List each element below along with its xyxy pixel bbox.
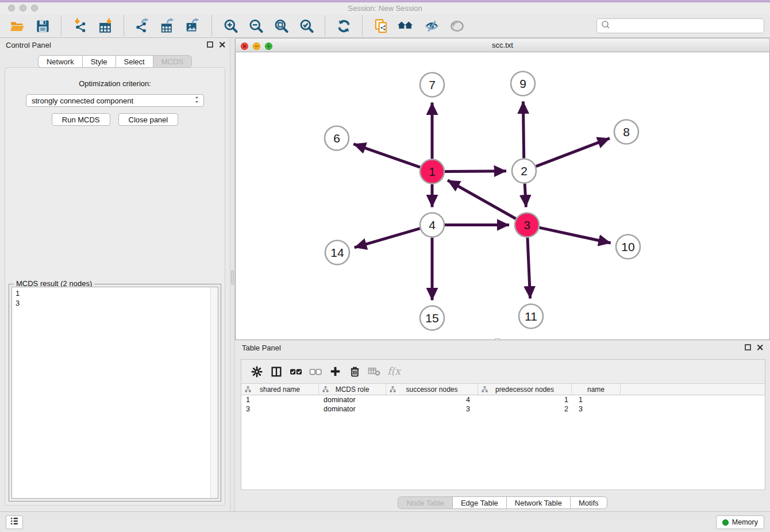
search-input[interactable] [611, 20, 764, 32]
ndex-home-icon[interactable] [398, 17, 415, 34]
column-type-icon [322, 386, 329, 394]
graph-node-10[interactable]: 10 [616, 235, 640, 259]
table-cell[interactable]: 1 [241, 395, 319, 404]
network-maximize-button[interactable] [265, 42, 272, 52]
table-cell[interactable]: dominator [319, 404, 386, 414]
column-header-shared-name[interactable]: shared name [241, 384, 319, 395]
table-cell[interactable]: 2 [478, 404, 572, 414]
tab-motifs[interactable]: Motifs [570, 496, 607, 509]
memory-button[interactable]: Memory [716, 515, 764, 529]
hide-graphics-details-icon[interactable] [423, 17, 440, 34]
tab-edge-table[interactable]: Edge Table [452, 496, 507, 509]
svg-text:7: 7 [429, 78, 436, 91]
export-image-icon[interactable] [184, 17, 202, 34]
cyndex-export-icon[interactable] [372, 17, 390, 34]
tab-mcds[interactable]: MCDS [153, 55, 192, 68]
graph-node-9[interactable]: 9 [511, 72, 535, 96]
mcds-result-node: 3 [16, 298, 218, 308]
import-table-icon[interactable] [97, 17, 114, 34]
vertical-splitter[interactable] [230, 38, 235, 511]
table-cell[interactable]: 1 [572, 395, 621, 404]
table-toolbar: f(x) [241, 360, 765, 384]
table-row[interactable]: 3dominator323 [241, 404, 765, 414]
minimize-window-button[interactable] [20, 5, 26, 11]
svg-text:3: 3 [523, 218, 530, 232]
splitter-grip[interactable] [231, 270, 234, 285]
show-graphics-details-icon[interactable] [448, 17, 465, 34]
close-window-button[interactable] [8, 5, 15, 11]
deselect-all-rows-icon[interactable] [306, 363, 325, 381]
table-cell[interactable]: 3 [572, 404, 621, 414]
table-cell[interactable]: 3 [386, 404, 478, 414]
graph-node-15[interactable]: 15 [420, 306, 444, 330]
zoom-fit-icon[interactable] [272, 17, 290, 34]
network-canvas[interactable]: 1234678910111415 [235, 52, 770, 340]
control-panel-header: Control Panel [0, 38, 230, 53]
table-settings-icon[interactable] [247, 363, 267, 381]
tab-style[interactable]: Style [82, 55, 116, 68]
column-header-label: MCDS role [336, 385, 369, 394]
table-cell[interactable]: 4 [386, 395, 478, 404]
table-row[interactable]: 1dominator411 [241, 395, 765, 404]
table-cell[interactable]: 3 [241, 404, 319, 414]
close-table-panel-icon[interactable] [757, 344, 763, 350]
network-graph[interactable]: 1234678910111415 [236, 52, 769, 340]
window-title: Session: New Session [0, 2, 770, 14]
result-scrollbar[interactable] [210, 287, 218, 498]
graph-node-3[interactable]: 3 [515, 213, 539, 237]
column-layout-icon[interactable] [267, 363, 286, 381]
column-header-name[interactable]: name [572, 384, 621, 395]
graph-node-6[interactable]: 6 [325, 126, 349, 151]
column-header-successor-nodes[interactable]: successor nodes [386, 384, 478, 395]
delete-rows-icon[interactable] [345, 363, 364, 381]
task-history-button[interactable] [6, 515, 23, 529]
column-type-icon [482, 386, 488, 394]
column-header-label: name [587, 385, 605, 394]
zoom-in-icon[interactable] [222, 17, 239, 34]
mcds-result-area[interactable]: 13 [11, 287, 218, 499]
refresh-icon[interactable] [335, 17, 352, 34]
close-panel-icon[interactable] [219, 41, 225, 48]
float-panel-icon[interactable] [207, 41, 213, 48]
import-network-icon[interactable] [71, 17, 88, 34]
table-panel-tabs: Node TableEdge TableNetwork TableMotifs [235, 496, 770, 509]
open-session-icon[interactable] [9, 17, 26, 34]
toolbar-separator [325, 16, 325, 36]
graph-node-11[interactable]: 11 [519, 304, 543, 329]
search-box[interactable] [596, 18, 764, 33]
table-panel-header: Table Panel [235, 341, 770, 356]
memory-status-icon [722, 519, 729, 526]
zoom-selected-icon[interactable] [298, 17, 315, 34]
graph-node-7[interactable]: 7 [420, 73, 444, 97]
close-panel-button[interactable]: Close panel [118, 113, 179, 126]
graph-node-14[interactable]: 14 [325, 241, 349, 265]
select-all-rows-icon[interactable] [286, 363, 306, 381]
float-table-panel-icon[interactable] [745, 344, 751, 350]
task-list-icon [9, 515, 20, 529]
table-cell[interactable]: dominator [319, 395, 386, 404]
zoom-window-button[interactable] [31, 5, 38, 11]
zoom-out-icon[interactable] [247, 17, 264, 34]
column-header-predecessor-nodes[interactable]: predecessor nodes [478, 384, 572, 395]
column-header-MCDS-role[interactable]: MCDS role [319, 384, 386, 395]
optimization-criterion-select[interactable]: strongly connected component [26, 94, 204, 107]
tab-select[interactable]: Select [116, 55, 153, 68]
network-minimize-button[interactable] [253, 42, 260, 52]
tab-node-table[interactable]: Node Table [398, 496, 453, 509]
table-cell[interactable]: 1 [478, 395, 572, 404]
graph-node-4[interactable]: 4 [420, 213, 444, 237]
add-column-icon[interactable] [325, 363, 345, 381]
network-close-button[interactable] [241, 42, 248, 52]
run-mcds-button[interactable]: Run MCDS [52, 113, 110, 126]
graph-node-2[interactable]: 2 [512, 159, 536, 183]
export-table-icon[interactable] [159, 17, 176, 34]
edge-3-10 [540, 228, 611, 243]
edge-4-14 [355, 229, 420, 248]
export-network-icon[interactable] [134, 17, 151, 34]
network-window-titlebar[interactable]: scc.txt [235, 38, 770, 52]
graph-node-8[interactable]: 8 [614, 120, 638, 144]
save-session-icon[interactable] [34, 17, 51, 34]
tab-network[interactable]: Network [38, 55, 83, 68]
tab-network-table[interactable]: Network Table [506, 496, 571, 509]
graph-node-1[interactable]: 1 [420, 160, 444, 184]
